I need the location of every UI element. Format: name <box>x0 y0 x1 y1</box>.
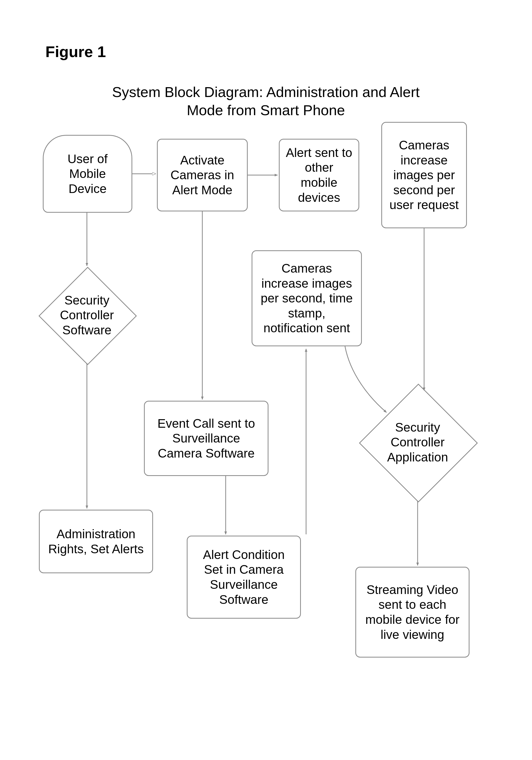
node-admin-rights: Administration Rights, Set Alerts <box>39 510 153 573</box>
node-security-controller-software: Security Controller Software <box>39 267 135 363</box>
figure-label: Figure 1 <box>45 43 106 61</box>
node-alert-condition: Alert Condition Set in Camera Surveillan… <box>187 536 301 619</box>
diagram-page: Figure 1 System Block Diagram: Administr… <box>0 0 532 760</box>
diamond-text: Security Controller Software <box>39 267 135 363</box>
node-event-call: Event Call sent to Surveillance Camera S… <box>144 401 268 476</box>
node-user: User of Mobile Device <box>43 135 132 213</box>
node-streaming-video: Streaming Video sent to each mobile devi… <box>355 567 469 657</box>
node-alert-sent: Alert sent to other mobile devices <box>279 139 359 212</box>
title-line-2: Mode from Smart Phone <box>187 102 345 118</box>
node-security-controller-application: Security Controller Application <box>359 384 476 500</box>
title-line-1: System Block Diagram: Administration and… <box>112 84 420 100</box>
node-cameras-increase-user-request: Cameras increase images per second per u… <box>381 122 467 228</box>
node-cameras-increase-notify: Cameras increase images per second, time… <box>252 250 362 346</box>
diamond-text: Security Controller Application <box>359 384 476 500</box>
node-activate-cameras: Activate Cameras in Alert Mode <box>157 139 248 212</box>
diagram-title: System Block Diagram: Administration and… <box>104 83 428 119</box>
